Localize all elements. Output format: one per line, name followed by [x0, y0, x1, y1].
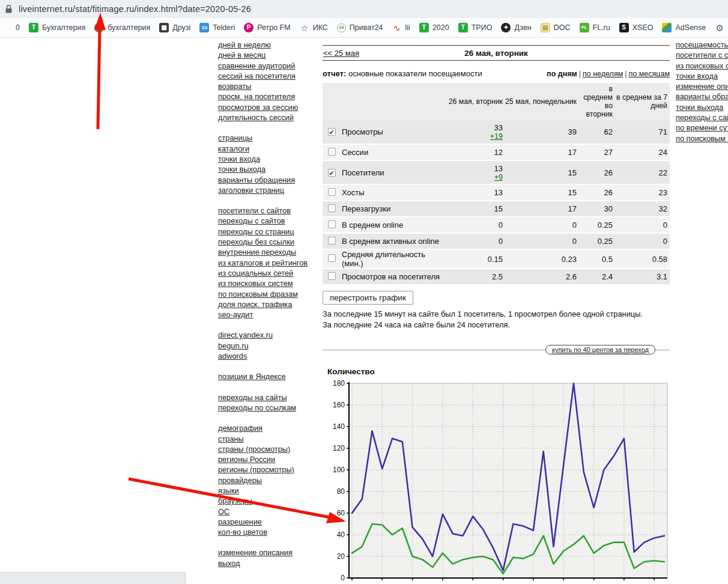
bookmark-item[interactable]: ▤DOC: [541, 23, 571, 32]
bookmark-item[interactable]: ⚙Хос: [715, 23, 728, 32]
sidebar-link[interactable]: переходы на сайты: [218, 392, 309, 403]
sidebar-link[interactable]: просмотров за сессию: [218, 102, 309, 112]
sidebar-link[interactable]: посетители с са: [676, 50, 728, 60]
sidebar-link[interactable]: точки выхода: [676, 102, 728, 112]
sidebar-link[interactable]: переходы с сай: [676, 112, 728, 123]
sidebar-link[interactable]: переходы без ссылки: [218, 237, 309, 247]
sidebar-link[interactable]: begun.ru: [218, 341, 309, 351]
sidebar-link[interactable]: direct.yandex.ru: [218, 330, 309, 340]
sidebar-link[interactable]: посещаемость: [676, 40, 728, 50]
checkbox-checked[interactable]: ✔: [328, 169, 336, 177]
sidebar-link[interactable]: выход: [218, 558, 309, 568]
sidebar-link[interactable]: просм. на посетителя: [218, 91, 309, 102]
sidebar-link[interactable]: дней в месяц: [218, 50, 309, 60]
sidebar-link[interactable]: посетители с сайтов: [218, 205, 309, 216]
sidebar-link[interactable]: переходы с сайтов: [218, 216, 309, 226]
sidebar-link[interactable]: страницы: [218, 133, 309, 143]
bookmark-item[interactable]: AdSense: [662, 23, 706, 32]
delta-link[interactable]: +9: [443, 173, 503, 181]
sidebar-link[interactable]: возвраты: [218, 81, 309, 91]
sidebar-link[interactable]: заголовки страниц: [218, 185, 309, 195]
sidebar-link[interactable]: adwords: [218, 351, 309, 361]
prev-day-link[interactable]: << 25 мая: [323, 49, 359, 58]
sidebar-link[interactable]: доля поиск. трафика: [218, 299, 309, 309]
sidebar-link[interactable]: сравнение аудиторий: [218, 61, 309, 71]
sidebar-link[interactable]: страны: [218, 434, 309, 444]
sidebar-link[interactable]: ОС: [218, 506, 309, 517]
bookmark-item[interactable]: ▦Друзі: [159, 23, 190, 32]
bookmark-item[interactable]: 0: [2, 23, 20, 32]
sidebar-link[interactable]: точки выхода: [218, 164, 309, 174]
sidebar-link[interactable]: изменение описания: [218, 547, 309, 558]
checkbox-unchecked[interactable]: [328, 237, 336, 245]
checkbox-checked[interactable]: ✔: [328, 128, 336, 136]
bookmark-item[interactable]: FLFL.ru: [580, 23, 610, 32]
checkbox-unchecked[interactable]: [328, 188, 336, 196]
sidebar-link[interactable]: варианты обра: [676, 91, 728, 102]
svg-text:160: 160: [333, 401, 345, 409]
bookmark-item[interactable]: ▭Telderi: [199, 23, 235, 32]
metric-value: 17: [505, 144, 579, 160]
sidebar-link[interactable]: варианты обращения: [218, 175, 309, 185]
sidebar-link[interactable]: кол-во цветов: [218, 527, 309, 537]
sidebar-link[interactable]: страны (просмотры): [218, 444, 309, 454]
sidebar-link[interactable]: из поисковых систем: [218, 278, 309, 288]
checkbox-unchecked[interactable]: [328, 148, 336, 156]
sidebar-link[interactable]: точки входа: [676, 71, 728, 81]
sidebar-link[interactable]: переходы со страниц: [218, 227, 309, 237]
bookmark-item[interactable]: ТБухгалтерия: [29, 23, 85, 32]
buy-clicks-button[interactable]: купить по 40 центов за переход: [545, 345, 655, 354]
sidebar-link[interactable]: провайдеры: [218, 475, 309, 485]
bookmark-item[interactable]: ТТРИО: [458, 23, 493, 32]
checkbox-unchecked[interactable]: [328, 204, 336, 212]
sidebar-link[interactable]: изменение опи: [676, 81, 728, 91]
rebuild-chart-button[interactable]: перестроить график: [323, 291, 413, 305]
view-mode-months[interactable]: по месяцам: [629, 70, 670, 78]
sidebar-link[interactable]: из социальных сетей: [218, 268, 309, 278]
checkbox-unchecked[interactable]: [328, 272, 336, 280]
sidebar-link[interactable]: из каталогов и рейтингов: [218, 258, 309, 268]
sidebar-link[interactable]: точки входа: [218, 154, 309, 164]
checkbox-unchecked[interactable]: [328, 254, 336, 262]
url-bar[interactable]: liveinternet.ru/stat/fitimage.ru/index.h…: [0, 0, 728, 18]
monitor-icon: ▭: [199, 23, 209, 32]
sidebar-link[interactable]: сессий на посетителя: [218, 71, 309, 81]
sidebar-link[interactable]: каталоги: [218, 144, 309, 154]
sidebar-link[interactable]: переходы по ссылкам: [218, 403, 309, 413]
metric-value: 33+19: [443, 120, 505, 144]
sidebar-link[interactable]: seo-аудит: [218, 309, 309, 320]
view-mode-weeks[interactable]: по неделям: [583, 70, 623, 78]
sidebar-link[interactable]: регионы (просмотры): [218, 464, 309, 475]
metric-value: 0.15: [443, 249, 505, 269]
bookmark-item[interactable]: ☆ИКС: [300, 23, 328, 32]
bookmark-item[interactable]: ⊕бухгалтерия: [94, 23, 150, 32]
metric-value: 62: [579, 120, 615, 144]
delta-link[interactable]: +19: [443, 132, 503, 141]
bookmark-item[interactable]: ✦Дзен: [501, 23, 531, 32]
sidebar-link[interactable]: позиции в Яндексе: [218, 371, 309, 382]
sidebar-link[interactable]: дней в неделю: [218, 40, 309, 50]
metric-label: Посетители: [341, 160, 443, 184]
metric-value: 0: [615, 233, 670, 249]
sidebar-link[interactable]: демография: [218, 423, 309, 433]
sidebar-link[interactable]: разрешение: [218, 517, 309, 527]
sidebar-link[interactable]: по поисковым с: [676, 133, 728, 144]
bookmark-label: Приват24: [350, 23, 383, 32]
sidebar-link[interactable]: языки: [218, 485, 309, 496]
checkbox-unchecked[interactable]: [328, 221, 336, 228]
sidebar-link[interactable]: по времени сут: [676, 123, 728, 133]
sidebar-link[interactable]: браузеры: [218, 496, 309, 506]
sidebar-link[interactable]: из поисковых с: [676, 61, 728, 71]
bookmark-item[interactable]: 24Приват24: [337, 23, 383, 32]
sidebar-link[interactable]: по поисковым фразам: [218, 289, 309, 299]
url-text[interactable]: liveinternet.ru/stat/fitimage.ru/index.h…: [19, 4, 251, 14]
bookmark-item[interactable]: РРетро FM: [244, 23, 290, 32]
sidebar-link[interactable]: длительность сессий: [218, 112, 309, 123]
svg-text:0: 0: [341, 574, 345, 582]
bookmark-item[interactable]: SXSEO: [619, 23, 654, 32]
bookmark-item[interactable]: ∿lii: [392, 23, 410, 32]
bookmark-item[interactable]: Т2020: [419, 23, 449, 32]
col-header-yesterday: 25 мая, понедельник: [505, 83, 579, 120]
sidebar-link[interactable]: внутренние переходы: [218, 247, 309, 257]
sidebar-link[interactable]: регионы России: [218, 454, 309, 464]
